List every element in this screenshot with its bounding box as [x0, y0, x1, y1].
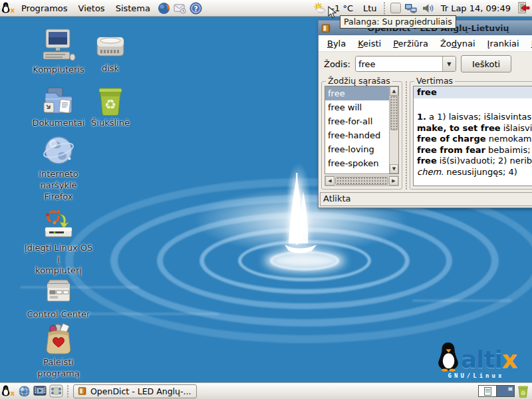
chevron-down-icon: ▼: [447, 61, 451, 67]
mail-launcher-icon[interactable]: [172, 1, 188, 15]
translation-line: free from fear bebaimis; to: [417, 145, 532, 156]
menubar-item-byla[interactable]: Byla: [321, 37, 352, 51]
translation-line: 1. a 1) laisvas; išlaisvintas; to: [417, 112, 532, 123]
word-list-item[interactable]: free: [325, 86, 389, 100]
desktop-icon-control-center[interactable]: Control Center: [24, 279, 93, 321]
panel-drag-handle[interactable]: [65, 385, 70, 398]
combobox-dropdown-button[interactable]: ▼: [442, 57, 456, 71]
desktop-icon-label: Paleisti programą: [24, 357, 93, 380]
menubar-item-žodynai[interactable]: Žodynai: [434, 37, 481, 51]
workspace-switcher[interactable]: [478, 385, 515, 397]
scroll-up-button[interactable]: ▲: [390, 86, 398, 96]
desktop-icon-disk[interactable]: disk: [76, 32, 145, 74]
firefox-launcher-icon[interactable]: [156, 1, 172, 15]
translation-line: free iš(si)vaduoti; 2) neribo: [417, 156, 532, 167]
word-list-frame: Žodžių sąrašas freefree willfree-for-all…: [321, 81, 402, 190]
network-monitor-icon[interactable]: [403, 1, 419, 15]
menubar-item-pagalba[interactable]: Pagalba: [525, 37, 532, 51]
scroll-down-button[interactable]: ▼: [390, 164, 398, 174]
watermark-subtitle: GNU/Linux: [426, 372, 527, 379]
word-list-item[interactable]: free-loving: [325, 142, 389, 156]
workspace-2[interactable]: [497, 386, 514, 396]
scrollbar-thumb[interactable]: [335, 177, 388, 185]
computer-icon: [41, 28, 76, 63]
translation-headword: free: [414, 86, 532, 98]
translation-line: chem. nesusijungęs; 4): [417, 167, 532, 178]
pane-splitter[interactable]: [404, 81, 408, 190]
logout-icon[interactable]: [515, 1, 531, 15]
scrollbar-thumb[interactable]: [390, 96, 398, 130]
menubar-item-keisti[interactable]: Keisti: [352, 37, 387, 51]
desktop-screen: altix GNU/Linux Kompiuteris disk: [0, 0, 532, 399]
watermark-brand-text: alti: [461, 348, 502, 372]
scroll-right-button[interactable]: ▶: [389, 176, 398, 186]
search-button[interactable]: Ieškoti: [461, 55, 511, 72]
workspace-window-thumbnail: [484, 387, 491, 396]
top-panel-right-group: -1 °C Ltu Tr Lap 14, 0: [311, 1, 532, 15]
menu-programos[interactable]: Programos: [16, 2, 73, 15]
web-globe-icon: [42, 134, 75, 167]
volume-icon[interactable]: [421, 1, 437, 15]
trash-icon: ♻: [95, 85, 126, 116]
menubar-item-peržiūra[interactable]: Peržiūra: [387, 37, 434, 51]
translation-view[interactable]: free 1. a 1) laisvas; išlaisvintas; toma…: [413, 86, 532, 186]
translation-frame-title: Vertimas: [414, 76, 455, 86]
desktop-icon-label: Control Center: [27, 309, 90, 321]
bottom-panel: x: [0, 382, 532, 399]
show-desktop-button[interactable]: [48, 384, 64, 398]
desktop-icon-run-program[interactable]: Paleisti programą: [24, 323, 93, 380]
desktop-icon-firefox[interactable]: Interneto naršyklė Firefox: [24, 134, 93, 203]
weather-icon[interactable]: [311, 1, 327, 15]
word-list-item[interactable]: free-spoken: [325, 156, 389, 170]
watermark-brand-x: x: [502, 348, 517, 372]
menubar-item-įrankiai[interactable]: Įrankiai: [481, 37, 525, 51]
opendict-window: OpenDict - LED Anglų-Lietuvių BylaKeisti…: [318, 20, 532, 208]
web-browser-launcher-icon[interactable]: [16, 384, 32, 398]
search-toolbar: Žodis: ▼ Ieškoti: [319, 52, 532, 76]
run-program-icon: [43, 323, 74, 355]
baltix-watermark: altix GNU/Linux: [426, 341, 527, 379]
desktop-icon-label: Įdiegti Linux OS į kompiuterį: [24, 243, 93, 277]
opendict-book-icon: [78, 386, 87, 396]
search-label: Žodis:: [324, 59, 350, 69]
desktop-icon-label: Interneto naršyklė Firefox: [24, 169, 93, 203]
vertical-scrollbar[interactable]: ▲ ▼: [389, 86, 398, 174]
taskbar-window-button[interactable]: OpenDict - LED Anglų-...: [73, 384, 197, 398]
desktop-icon-siuksline[interactable]: ♻ Šiukšlinė: [76, 85, 145, 129]
desktop-icon-label: disk: [102, 63, 119, 74]
menu-vietos[interactable]: Vietos: [73, 2, 110, 15]
translation-line: make, to set free išlaisvin: [417, 123, 532, 134]
word-listbox: freefree willfree-for-allfree-handedfree…: [325, 86, 399, 174]
baltix-panel-icon[interactable]: x: [0, 384, 16, 398]
svg-text:♻: ♻: [520, 389, 525, 396]
baltix-menu-icon[interactable]: x: [0, 1, 16, 15]
word-list-item[interactable]: free-handed: [325, 128, 389, 142]
word-list-item[interactable]: free will: [325, 100, 389, 114]
menu-sistema[interactable]: Sistema: [110, 2, 156, 15]
help-launcher-icon[interactable]: ?: [188, 1, 203, 15]
word-list-item[interactable]: free-for-all: [325, 114, 389, 128]
opendict-menubar: BylaKeistiPeržiūraŽodynaiĮrankiaiPagalba: [319, 35, 532, 52]
penguin-icon: [436, 341, 461, 372]
weather-tooltip: Palanga: Su pragiedruliais: [340, 15, 456, 29]
top-panel: x Programos Vietos Sistema: [0, 0, 532, 17]
desktop-icon-install-linux[interactable]: Įdiegti Linux OS į kompiuterį: [24, 209, 93, 277]
panel-drag-handle[interactable]: [382, 2, 388, 15]
media-player-launcher-icon[interactable]: [32, 384, 48, 398]
scroll-left-button[interactable]: ◀: [325, 176, 334, 186]
trash-applet-icon[interactable]: ♻: [515, 384, 531, 398]
taskbar-window-label: OpenDict - LED Anglų-...: [90, 386, 191, 396]
horizontal-scrollbar[interactable]: ◀ ▶: [325, 176, 399, 186]
control-center-icon: [42, 279, 75, 307]
keyboard-layout-indicator[interactable]: Ltu: [361, 3, 379, 13]
svg-text:x: x: [10, 389, 15, 398]
window-content: Žodžių sąrašas freefree willfree-for-all…: [319, 76, 532, 191]
desktop-icon-label: Šiukšlinė: [91, 118, 130, 129]
word-input[interactable]: [356, 57, 442, 71]
workspace-1-active[interactable]: [479, 386, 497, 396]
mouse-cursor: [327, 6, 337, 19]
workspace-window-thumbnail: [508, 387, 513, 391]
translation-text: 1. a 1) laisvas; išlaisvintas; tomake, t…: [414, 98, 532, 178]
tray-icon[interactable]: [390, 3, 401, 13]
clock[interactable]: Tr Lap 14, 09:49: [439, 3, 513, 13]
